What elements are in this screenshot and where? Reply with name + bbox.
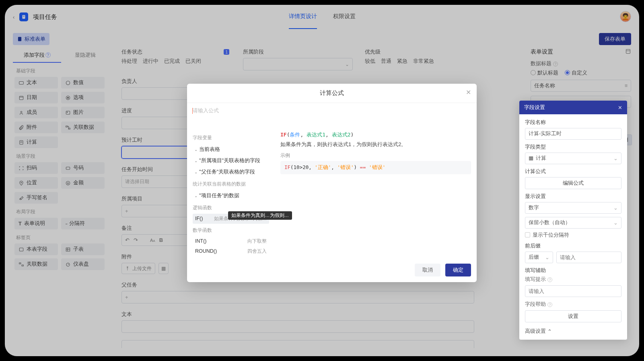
form-settings-title: 表单设置 [531,48,553,56]
fs-decimal-select[interactable]: 保留小数（自动）⌄ [525,217,621,229]
radio-default[interactable]: 默认标题 [531,70,558,76]
var-parent[interactable]: ⌄"父任务"关联表格的字段 [193,166,269,177]
fs-hint-input[interactable] [525,285,621,297]
close-icon[interactable]: ✕ [466,89,471,96]
field-date[interactable]: 日期 [14,92,58,103]
avatar[interactable]: 🧑‍🦱 [620,11,631,22]
list-icon: ≡ [625,83,628,89]
fs-display-select[interactable]: 数字⌄ [525,202,621,214]
fs-display-lbl: 显示设置 [525,193,621,200]
advanced-toggle[interactable]: 高级设置⌃ [525,328,621,335]
field-dashboard[interactable]: 仪表盘 [61,258,105,270]
field-member[interactable]: 成员 [14,107,58,118]
svg-rect-21 [22,265,23,266]
fs-name-input[interactable] [525,128,621,140]
field-form-desc[interactable]: T表单说明 [14,218,58,229]
stage-select[interactable]: ⌄ [243,58,352,70]
parent-add[interactable]: + [121,291,474,303]
tag[interactable]: 已关闭 [185,58,201,65]
svg-point-5 [66,81,70,85]
bold-icon[interactable]: B [159,237,163,243]
stat-project-task[interactable]: ⌄"项目任务"的数据 [193,190,269,201]
field-settings-title: 字段设置 [524,104,545,111]
tag[interactable]: 进行中 [143,58,158,65]
field-option[interactable]: 选项 [61,92,105,103]
lbl-data-title: 数据标题 [531,60,551,67]
fs-help-button[interactable]: 设置 [525,310,621,322]
help-icon[interactable]: ? [547,302,552,307]
tag[interactable]: 已完成 [164,58,180,65]
fontsize-icon[interactable]: AA [150,238,155,243]
help-icon[interactable]: ? [547,277,552,282]
thousand-checkbox[interactable] [525,232,530,237]
close-icon[interactable]: ✕ [618,105,622,111]
lbl-priority: 优先级 [365,48,474,56]
lbl-task-status: 任务状态 [121,48,142,56]
example-label: 示例 [280,152,471,159]
field-scan[interactable]: 扫码 [14,162,58,174]
lbl-start: 任务开始时间 [121,166,153,173]
title-select[interactable]: 任务名称≡ [531,80,631,92]
field-self[interactable]: 本表字段 [14,243,58,255]
field-num[interactable]: 号码 [61,162,105,174]
upload-button[interactable]: ⭱上传文件 [121,263,155,274]
svg-rect-4 [19,81,24,84]
svg-point-9 [21,111,22,113]
expand-icon[interactable] [625,48,631,56]
field-location[interactable]: 位置 [14,177,58,189]
redo-icon[interactable]: ↷ [134,237,138,243]
tag[interactable]: 非常紧急 [413,58,434,65]
radio-custom[interactable]: 自定义 [565,70,587,76]
var-project[interactable]: ⌄"所属项目"关联表格的字段 [193,155,269,166]
cancel-button[interactable]: 取消 [415,264,440,276]
tab-permission[interactable]: 权限设置 [333,5,356,29]
field-number[interactable]: 数值 [61,77,105,89]
field-settings-panel: 字段设置✕ 字段名称 字段类型 ▦计算⌄ 计算公式 编辑公式 显示设置 数字⌄ … [519,101,627,340]
svg-rect-15 [66,167,70,169]
field-divider[interactable]: ···分隔符 [61,218,105,229]
group-logic: 逻辑函数 [193,204,269,211]
edit-formula-button[interactable]: 编辑公式 [525,177,621,189]
extra-input[interactable] [121,340,474,348]
field-calc[interactable]: 计算 [14,136,58,148]
field-attachment[interactable]: 附件 [14,122,58,133]
ok-button[interactable]: 确定 [445,264,471,276]
text-input[interactable] [121,320,474,333]
group-stat: 统计关联当前表格的数据 [193,181,269,188]
tag[interactable]: 紧急 [397,58,407,65]
fn-round[interactable]: ROUND()四舍五入 [193,246,269,256]
undo-icon[interactable]: ↶ [125,237,130,243]
field-image[interactable]: 图片 [61,107,105,118]
help-icon[interactable]: ? [553,62,558,66]
group-layout: 布局字段 [13,204,109,218]
fs-affix-type[interactable]: 后缀⌄ [525,252,553,263]
tag[interactable]: 普通 [381,58,391,65]
fs-type-select[interactable]: ▦计算⌄ [525,153,621,164]
tab-visibility[interactable]: 显隐逻辑 [61,48,109,63]
field-relation2[interactable]: 关联数据 [14,258,58,270]
field-money[interactable]: 金额 [61,177,105,189]
field-signature[interactable]: 手写签名 [14,192,58,204]
tag[interactable]: 待处理 [121,58,137,65]
save-form-button[interactable]: 保存表单 [599,33,631,45]
tooltip: 如果条件为真则…为假则… [228,211,292,220]
fs-assist-lbl: 填写辅助 [525,267,621,274]
modal-title: 计算公式 [320,90,344,96]
field-relation[interactable]: 关联数据 [61,122,105,133]
tag[interactable]: 较低 [365,58,375,65]
svg-rect-18 [19,248,23,251]
fs-affix-input[interactable] [556,252,621,263]
field-subtable[interactable]: 子表 [61,243,105,255]
standard-form-pill[interactable]: 标准表单 [13,33,49,45]
tab-detail-design[interactable]: 详情页设计 [289,5,317,29]
fs-formula-lbl: 计算公式 [525,168,621,175]
field-text[interactable]: 文本 [14,77,58,89]
fn-int[interactable]: INT()向下取整 [193,236,269,246]
help-icon[interactable]: ? [45,52,51,58]
back-button[interactable]: ‹ [13,14,14,20]
var-current[interactable]: ⌄当前表格 [193,144,269,155]
tab-add-field[interactable]: 添加字段? [13,48,61,63]
qr-button[interactable]: ▦ [158,263,169,274]
formula-input[interactable]: 请输入公式 [187,103,477,131]
group-basic: 基础字段 [13,63,109,77]
